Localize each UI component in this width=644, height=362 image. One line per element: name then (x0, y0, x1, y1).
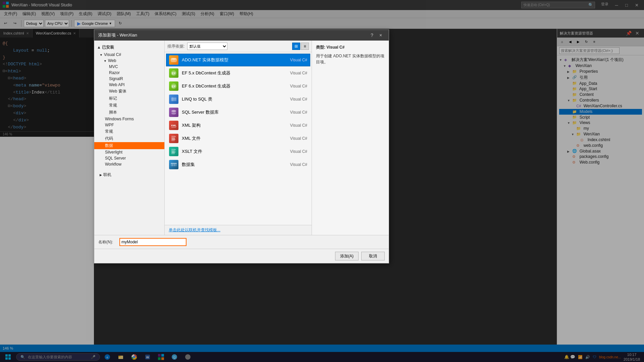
modal-title-bar: 添加新项 - WenXian ? × (94, 30, 389, 41)
item-xml-file[interactable]: XML XML 文件 Visual C# (166, 132, 310, 145)
modal-title-controls: ? × (368, 32, 385, 39)
grid-view-btn[interactable]: ⊞ (292, 43, 300, 50)
item-type: Visual C# (280, 84, 307, 88)
linq-icon (169, 95, 178, 104)
item-type: Visual C# (280, 58, 307, 62)
item-name: LINQ to SQL 类 (182, 96, 280, 102)
item-adonet[interactable]: ADO.NET 实体数据模型 Visual C# (166, 54, 310, 66)
item-type: Visual C# (280, 71, 307, 75)
xml-file-icon: XML (169, 134, 178, 143)
item-type: Visual C# (280, 136, 307, 141)
add-btn[interactable]: 添加(A) (335, 252, 359, 260)
svg-text:XSLT: XSLT (172, 151, 176, 153)
ml-cat-webapi[interactable]: Web API (94, 82, 164, 88)
item-name: ADO.NET 实体数据模型 (182, 57, 280, 63)
expand-icon: ▼ (104, 59, 107, 63)
ml-cat-signalr[interactable]: SignalR (94, 76, 164, 82)
item-name: 数据集 (182, 162, 280, 168)
modal-center-toolbar: 排序依据: 默认值 名称 类型 ⊞ ≡ (165, 41, 312, 52)
item-name: XML 文件 (182, 135, 280, 141)
add-new-item-modal: 添加新项 - WenXian ? × ▲ 已安装 ▼Visual C# ▼Web… (94, 29, 389, 263)
ml-cat-web[interactable]: ▼Web (94, 58, 164, 64)
svg-rect-29 (171, 163, 177, 164)
item-type: Visual C# (280, 110, 307, 115)
svg-marker-23 (175, 136, 176, 137)
ml-cat-code[interactable]: 代码 (94, 135, 164, 142)
ml-cat-general-web[interactable]: 常规 (94, 102, 164, 109)
modal-description: 用于创建 ADO.NET 实体数据模型的项目项。 (316, 53, 385, 65)
modal-items-list: ADO.NET 实体数据模型 Visual C# EF EF 5.x DbCon… (165, 52, 312, 225)
modal-left-panel: ▲ 已安装 ▼Visual C# ▼Web MVC Razor SignalR … (94, 41, 165, 235)
ml-cat-connected[interactable]: ▶联机 (94, 171, 164, 178)
item-linq[interactable]: LINQ to SQL 类 Visual C# (166, 93, 310, 106)
item-name: EF 6.x DbContext 生成器 (182, 83, 280, 89)
ml-cat-script[interactable]: 脚本 (94, 109, 164, 116)
modal-type-label: 类型: Visual C# (316, 45, 385, 50)
ml-cat-visualcsharp[interactable]: ▼Visual C# (94, 52, 164, 58)
item-name: XML 架构 (182, 122, 280, 128)
item-name: SQL Server 数据库 (182, 109, 280, 115)
name-input[interactable] (119, 238, 186, 246)
item-ef6[interactable]: EF EF 6.x DbContext 生成器 Visual C# (166, 80, 310, 93)
svg-text:XML: XML (172, 138, 176, 140)
ml-cat-workflow[interactable]: Workflow (94, 161, 164, 167)
cancel-btn[interactable]: 取消 (361, 252, 385, 260)
svg-rect-13 (171, 97, 176, 101)
online-templates-link[interactable]: 单击此处以联机并查找模板... (169, 228, 220, 232)
modal-center-panel: 排序依据: 默认值 名称 类型 ⊞ ≡ (165, 41, 312, 235)
xml-schema-icon: XML (169, 121, 178, 130)
ado-icon (169, 55, 178, 65)
ml-cat-markup[interactable]: 标记 (94, 95, 164, 102)
item-type: Visual C# (280, 97, 307, 102)
svg-text:XML: XML (171, 124, 177, 127)
ml-cat-sqlserver[interactable]: SQL Server (94, 155, 164, 161)
list-view-btn[interactable]: ≡ (301, 43, 309, 50)
svg-marker-26 (175, 149, 176, 150)
modal-name-row: 名称(N): (94, 235, 389, 249)
ml-cat-winforms[interactable]: Windows Forms (94, 116, 164, 122)
ml-cat-razor[interactable]: Razor (94, 70, 164, 76)
item-ef5[interactable]: EF EF 5.x DbContext 生成器 Visual C# (166, 67, 310, 79)
modal-right-panel: 类型: Visual C# 用于创建 ADO.NET 实体数据模型的项目项。 (312, 41, 389, 235)
modal-footer-buttons: 添加(A) 取消 (94, 249, 389, 263)
ml-cat-mvc[interactable]: MVC (94, 64, 164, 70)
modal-body: ▲ 已安装 ▼Visual C# ▼Web MVC Razor SignalR … (94, 41, 389, 235)
item-xslt[interactable]: XSLT XSLT 文件 Visual C# (166, 145, 310, 158)
item-type: Visual C# (280, 162, 307, 167)
sql-icon (169, 108, 178, 117)
svg-text:EF: EF (172, 85, 176, 88)
modal-footer-link: 单击此处以联机并查找模板... (165, 225, 312, 235)
item-type: Visual C# (280, 149, 307, 154)
expand-icon: ▼ (100, 53, 103, 57)
modal-help-btn[interactable]: ? (368, 32, 376, 39)
svg-point-19 (171, 113, 176, 115)
item-name: XSLT 文件 (182, 148, 280, 155)
svg-point-6 (171, 60, 176, 62)
item-sqlserver[interactable]: SQL Server 数据库 Visual C# (166, 106, 310, 119)
ml-cat-general[interactable]: 常规 (94, 128, 164, 135)
ml-cat-silverlight[interactable]: Silverlight (94, 149, 164, 155)
ml-cat-data[interactable]: 数据 (94, 142, 164, 149)
modal-overlay: 添加新项 - WenXian ? × ▲ 已安装 ▼Visual C# ▼Web… (0, 0, 644, 362)
name-label: 名称(N): (98, 239, 117, 245)
ml-cat-wpf[interactable]: WPF (94, 122, 164, 128)
ef-icon: EF (169, 81, 178, 91)
modal-installed-header: ▲ 已安装 (94, 43, 164, 52)
ml-cat-webforms[interactable]: Web 窗体 (94, 88, 164, 95)
item-type: Visual C# (280, 123, 307, 128)
xslt-icon: XSLT (169, 147, 178, 156)
modal-close-btn[interactable]: × (377, 32, 385, 39)
sort-select[interactable]: 默认值 名称 类型 (187, 43, 227, 50)
dataset-icon (169, 160, 178, 169)
svg-text:EF: EF (172, 72, 176, 75)
item-xml-schema[interactable]: XML XML 架构 Visual C# (166, 119, 310, 132)
svg-point-5 (171, 58, 176, 60)
sort-label: 排序依据: (167, 44, 184, 49)
modal-title: 添加新项 - WenXian (98, 32, 137, 38)
item-dataset[interactable]: 数据集 Visual C# (166, 158, 310, 171)
view-toggle-btns: ⊞ ≡ (292, 43, 309, 50)
item-name: EF 5.x DbContext 生成器 (182, 70, 280, 76)
ef-icon: EF (169, 68, 178, 78)
